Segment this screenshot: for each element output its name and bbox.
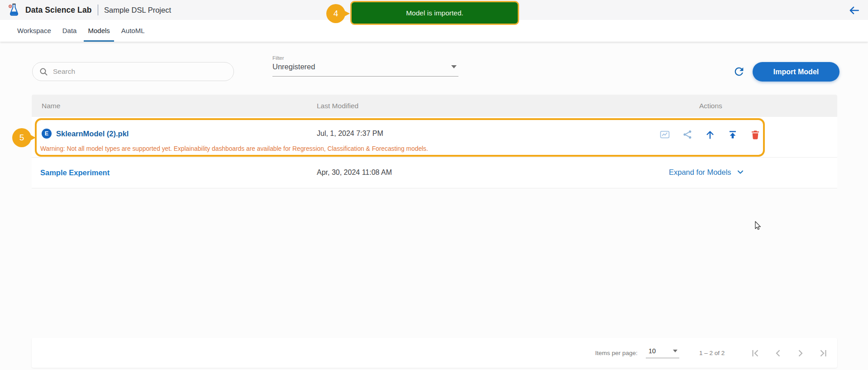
expand-for-models-link[interactable]: Expand for Models	[669, 168, 745, 177]
share-icon[interactable]	[682, 129, 693, 140]
tab-automl[interactable]: AutoML	[121, 20, 145, 42]
column-header-actions: Actions	[699, 95, 722, 117]
import-model-button[interactable]: Import Model	[753, 62, 839, 82]
filter-caret-down-icon	[451, 65, 457, 68]
project-name: Sample DSL Project	[104, 6, 171, 14]
back-arrow-icon[interactable]	[846, 3, 862, 18]
filter-select[interactable]: Filter Unregistered	[272, 55, 458, 77]
expand-for-models-label: Expand for Models	[669, 168, 731, 177]
column-header-last-modified: Last Modified	[317, 95, 358, 117]
previous-page-icon[interactable]	[773, 348, 783, 358]
column-header-name: Name	[42, 95, 60, 117]
items-per-page-select[interactable]: 10	[646, 347, 679, 358]
mouse-cursor	[754, 221, 762, 233]
title-divider	[98, 5, 99, 15]
app-title: Data Science Lab	[25, 5, 92, 15]
delete-trash-icon[interactable]	[750, 129, 761, 140]
model-warning-text: Warning: Not all model types are support…	[40, 145, 428, 152]
filter-label: Filter	[272, 55, 458, 61]
items-per-page-caret-icon	[673, 350, 677, 352]
filter-selected-value: Unregistered	[272, 62, 315, 71]
next-page-icon[interactable]	[796, 348, 806, 358]
items-per-page-value: 10	[649, 347, 656, 355]
search-icon	[39, 67, 48, 76]
tab-workspace[interactable]: Workspace	[17, 20, 51, 42]
chevron-down-icon	[736, 168, 745, 177]
experiment-model-icon: E	[42, 129, 52, 139]
pagination-range-label: 1 – 2 of 2	[699, 350, 725, 356]
last-modified-value: Apr, 30, 2024 11:08 AM	[317, 168, 392, 177]
table-header-row: Name Last Modified Actions	[32, 95, 837, 117]
search-input[interactable]	[53, 67, 227, 76]
tab-data[interactable]: Data	[62, 20, 77, 42]
last-page-icon[interactable]	[818, 348, 828, 358]
experiment-name-link[interactable]: Sample Experiment	[40, 168, 110, 177]
refresh-icon[interactable]	[731, 64, 747, 80]
models-table: Name Last Modified Actions E SklearnMode…	[32, 95, 837, 188]
table-row-sample-experiment[interactable]: Sample Experiment Apr, 30, 2024 11:08 AM…	[32, 158, 837, 188]
app-logo-flask-icon	[7, 3, 21, 17]
last-modified-value: Jul, 1, 2024 7:37 PM	[317, 130, 383, 138]
tab-models[interactable]: Models	[88, 20, 110, 42]
row-actions	[659, 129, 761, 140]
upload-to-top-icon[interactable]	[727, 129, 738, 140]
toast-model-imported: Model is imported.	[350, 1, 519, 25]
annotation-step-5-marker: 5	[12, 128, 31, 147]
items-per-page-label: Items per page:	[595, 350, 638, 356]
annotation-step-4-marker: 4	[326, 4, 345, 23]
model-name-link[interactable]: SklearnModel (2).pkl	[56, 130, 129, 138]
table-row-sklearn-model[interactable]: E SklearnModel (2).pkl Jul, 1, 2024 7:37…	[32, 117, 837, 158]
dashboard-chart-icon[interactable]	[659, 129, 670, 140]
register-up-arrow-icon[interactable]	[705, 129, 715, 140]
table-pagination-bar: Items per page: 10 1 – 2 of 2	[32, 338, 837, 368]
search-box	[32, 62, 234, 81]
pagination-controls	[750, 348, 828, 358]
first-page-icon[interactable]	[750, 348, 760, 358]
